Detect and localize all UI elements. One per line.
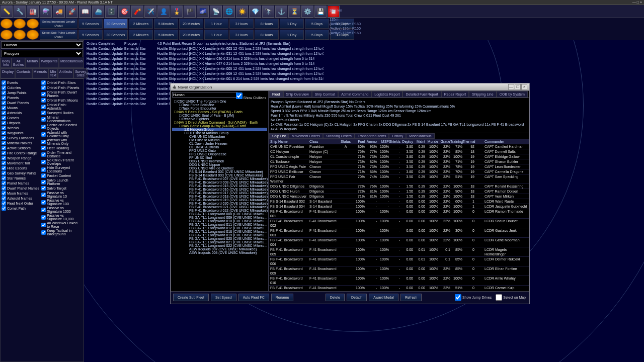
tab-artifacts[interactable]: Artifacts — [58, 68, 73, 78]
ship-row[interactable]: FS S-14 Baselard 004S-14 Baselard100%---… — [269, 204, 529, 209]
tree-node[interactable]: FB GA-TL1 Longsword 020 (CVE UNSC Milwau… — [172, 237, 267, 240]
subtab-transported-items[interactable]: Transported Items — [355, 133, 389, 139]
tree-node[interactable]: FB F-41 Broadsword 008 (CVE UNSC Milwauk… — [172, 180, 267, 184]
play2-auto-icon[interactable] — [14, 30, 26, 40]
ship-row[interactable]: FB F-41 Broadsword 010F-41 Broadsword100… — [269, 276, 529, 286]
flag-icon[interactable]: 🏴 — [184, 6, 196, 18]
col-header[interactable]: Ship Name — [270, 139, 309, 144]
col-header[interactable]: Ammo — [365, 139, 377, 144]
col-header[interactable]: Status — [339, 139, 353, 144]
tree-node[interactable]: CVE UNSC Milwaukee — [172, 135, 267, 138]
tree-node[interactable]: FB GA-TL1 Longsword 018 (CVE UNSC Milwau… — [172, 230, 267, 233]
ship-row[interactable]: FFG UNSC BellicoseCharon71%86%100%-3.800… — [269, 169, 529, 174]
check-moons[interactable]: Moons — [2, 106, 39, 110]
tab-all-bodies[interactable]: All Bodies — [12, 58, 25, 68]
check-packet-content[interactable]: Packet Content — [41, 173, 79, 178]
tree-node[interactable]: FB GA-TL1 Longsword 011 (CVE UNSC Milwau… — [172, 223, 267, 226]
play2-alt-icon[interactable] — [27, 30, 39, 40]
show-civs-check[interactable] — [236, 93, 243, 99]
time-3-hours[interactable]: 3 Hours — [229, 19, 254, 29]
tree-node[interactable]: FS S-14 Baselard 001 (CVE UNSC Milwaukee… — [172, 170, 267, 173]
tab-body-info[interactable]: Body Info — [1, 58, 12, 68]
ship-icon[interactable]: 🚀 — [66, 6, 78, 18]
race-dropdown[interactable]: Human — [1, 41, 83, 49]
check-events[interactable]: Events — [2, 80, 39, 85]
col-header[interactable]: Training — [450, 139, 462, 144]
award-medal-button[interactable]: Award Medal — [369, 294, 398, 301]
time-5-days[interactable]: 5 Days — [305, 30, 329, 40]
check-geo-survey-points[interactable]: Geo Survey Points — [2, 171, 39, 175]
tree-node[interactable]: FB GA-TL1 Longsword 010 (CVE UNSC Milwau… — [172, 219, 267, 223]
tree-node[interactable]: FF UNSC Iliad — [172, 156, 267, 159]
check-order-time-and-distance[interactable]: Order Time and Distance — [41, 151, 79, 158]
tree-node[interactable]: □ Task Force Encounter — [172, 107, 267, 110]
tree-node[interactable]: FFG UNSC Onopheese — [172, 152, 267, 156]
tree-node[interactable]: FFG UNSC Gato — [172, 149, 267, 152]
time-1-hour[interactable]: 1 Hour — [204, 19, 228, 29]
ship-row[interactable]: FB F-41 Broadsword 005F-41 Broadsword100… — [269, 247, 529, 257]
check-comet-path[interactable]: Comet Path — [2, 206, 39, 211]
check-passive-vs-signature-10,000[interactable]: Passive vs Signature 10,000 — [41, 214, 79, 221]
check-mineral-concentrations[interactable]: Mineral Concentrations — [41, 116, 79, 123]
tab-waypoints[interactable]: Waypoints — [40, 58, 59, 68]
check-asteroid-with-minerals-only[interactable]: Asteroid with Minerals Only — [41, 138, 79, 145]
tab-contacts[interactable]: Contacts — [15, 68, 32, 78]
check-orbital-path-moons[interactable]: Orbital Path: Moons — [41, 98, 79, 103]
check-weapon-range[interactable]: Weapon Range — [2, 156, 39, 160]
time-2-minutes[interactable]: 2 Minutes — [129, 30, 153, 40]
tree-node[interactable]: AEW Iroquois 007 (CVE UNSC Milwaukee) — [172, 247, 267, 251]
fleet-tab-admin-command[interactable]: Admin Command — [338, 91, 371, 98]
play2-forward-icon[interactable] — [1, 30, 13, 40]
play-alt-icon[interactable] — [27, 19, 39, 29]
race-input[interactable] — [172, 92, 237, 98]
close-icon[interactable]: × — [521, 84, 527, 90]
ship-row[interactable]: FS S-14 Baselard 002S-14 Baselard100%---… — [269, 199, 529, 204]
tree-node[interactable]: FB GA-TL1 Longsword 019 (CVE UNSC Milwau… — [172, 233, 267, 237]
subtab-ship-list[interactable]: Ship List — [269, 133, 289, 139]
subtab-movement-orders[interactable]: Movement Orders — [289, 133, 323, 139]
tree-node[interactable]: CV Pillar of Autumn — [172, 138, 267, 142]
tree-node[interactable]: □ Task Force Brisbane — [172, 103, 267, 107]
time-30-seconds[interactable]: 30 Seconds — [104, 19, 128, 29]
galaxy-icon[interactable]: 🌌 — [197, 6, 209, 18]
time-20-minutes[interactable]: 20 Minutes — [179, 19, 203, 29]
fleet-tab-repair-report[interactable]: Repair Report — [441, 91, 469, 98]
subtab-history[interactable]: History — [389, 133, 406, 139]
window-titlebar[interactable]: ⛴ Naval Organization —□× — [171, 83, 529, 90]
tree-node[interactable]: FB F-41 Broadsword 017 (CVE UNSC Milwauk… — [172, 191, 267, 195]
ship-row[interactable]: FB F-41 Broadsword 011F-41 Broadsword100… — [269, 286, 529, 292]
tree-node[interactable]: 1.0 Halcyon Group — [172, 128, 267, 131]
fleet-tab-ship-combat[interactable]: Ship Combat — [312, 91, 338, 98]
gem-icon[interactable]: 💎 — [249, 6, 261, 18]
time-8-hours[interactable]: 8 Hours — [255, 30, 279, 40]
truck-icon[interactable]: 🚚 — [53, 6, 65, 18]
check-keep-tactical-in-background[interactable]: Keep Tactical in Background — [41, 229, 79, 236]
check-dwarf-planets[interactable]: Dwarf Planets — [2, 101, 39, 105]
ship-row[interactable]: FB F-41 Broadsword 002F-41 Broadsword100… — [269, 219, 529, 228]
time-30-seconds[interactable]: 30 Seconds — [104, 30, 128, 40]
tree-node[interactable]: FB F-41 Broadsword 021 (CVE UNSC Milwauk… — [172, 205, 267, 209]
tree-node[interactable]: FB F-41 Broadsword 018 (CVE UNSC Milwauk… — [172, 195, 267, 198]
tree-node[interactable]: DDG UNSC Nippon — [172, 163, 267, 166]
time-20-minutes[interactable]: 20 Minutes — [179, 30, 203, 40]
time-5-minutes[interactable]: 5 Minutes — [154, 30, 178, 40]
survey-icon[interactable]: 🔭 — [262, 6, 274, 18]
maximize-icon[interactable]: □ — [515, 84, 521, 90]
check-hide-surveyed-locations[interactable]: Hide Surveyed Locations — [41, 166, 79, 173]
ship-row[interactable]: FB F-41 Broadsword 003F-41 Broadsword100… — [269, 228, 529, 238]
check-hide-escorts[interactable]: Hide Escorts — [2, 166, 39, 170]
time-1-day[interactable]: 1 Day — [280, 30, 304, 40]
fleet-tab-ship-overview[interactable]: Ship Overview — [283, 91, 312, 98]
check-mineral-packets[interactable]: Mineral Packets — [2, 141, 39, 145]
set-speed-button[interactable]: Set Speed — [211, 294, 236, 301]
medal-icon[interactable]: 🎖️ — [171, 6, 183, 18]
check-salvo-launch-platform[interactable]: Salvo Launch Platform — [41, 178, 79, 186]
check-salvo-target[interactable]: Salvo Target — [41, 186, 79, 191]
fleet-tree[interactable]: Show Civilians □ CSC UNSC The Forgotten … — [171, 90, 269, 292]
time-3-hours[interactable]: 3 Hours — [229, 30, 254, 40]
book-icon[interactable]: 📖 — [79, 6, 91, 18]
fleet-tab-shipping-line[interactable]: Shipping Line — [469, 91, 496, 98]
person-icon[interactable]: 👤 — [157, 6, 170, 18]
ship-row[interactable]: CVE UNSC PoseidonPoseidonA80%93%100%-3.8… — [269, 144, 529, 149]
check-dwarf-planet-names[interactable]: Dwarf Planet Names — [2, 186, 39, 191]
